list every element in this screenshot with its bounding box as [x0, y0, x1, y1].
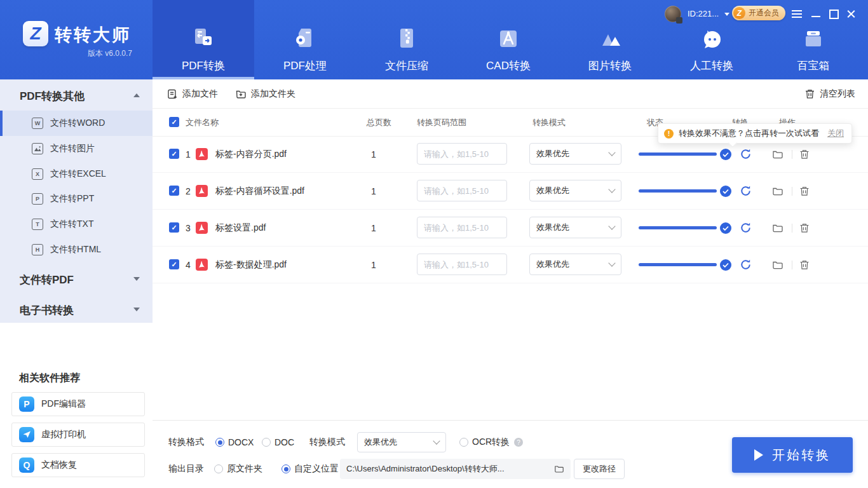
- nav-tab-label: 人工转换: [690, 58, 733, 73]
- user-avatar[interactable]: [665, 6, 681, 22]
- nav-tab-image-convert[interactable]: 图片转换: [559, 0, 661, 79]
- radio-doc-label[interactable]: DOC: [275, 432, 294, 452]
- radio-original-folder[interactable]: [214, 459, 223, 479]
- nav-tab-pdf-process[interactable]: PDF处理: [254, 0, 356, 79]
- file-name: 标签-数据处理.pdf: [215, 247, 287, 283]
- row-checkbox[interactable]: [169, 222, 179, 233]
- sidebar-item-file-to-word[interactable]: W 文件转WORD: [0, 111, 153, 136]
- pdf-file-icon: [196, 148, 208, 160]
- pdf-process-icon: [291, 25, 319, 53]
- ocr-help-icon[interactable]: [514, 432, 523, 452]
- output-path-value: C:\Users\Administrator\Desktop\转转大师...: [346, 463, 554, 475]
- change-path-button[interactable]: 更改路径: [574, 459, 625, 479]
- delete-row-icon[interactable]: [799, 259, 810, 271]
- pdf-convert-icon: [189, 25, 217, 53]
- vip-upgrade-badge[interactable]: Z 开通会员: [732, 6, 785, 20]
- chevron-down-icon: [608, 149, 615, 156]
- retry-tooltip: 转换效果不满意？点击再转一次试试看 关闭: [658, 123, 852, 144]
- browse-folder-icon[interactable]: [554, 464, 564, 474]
- menu-button[interactable]: [791, 8, 803, 20]
- maximize-button[interactable]: [828, 8, 839, 20]
- add-folder-button[interactable]: 添加文件夹: [235, 87, 295, 101]
- radio-doc[interactable]: [262, 432, 271, 452]
- change-path-label: 更改路径: [583, 463, 616, 475]
- radio-original-folder-label[interactable]: 原文件夹: [227, 459, 262, 479]
- tooltip-close-link[interactable]: 关闭: [827, 128, 844, 139]
- row-checkbox[interactable]: [169, 149, 179, 159]
- close-button[interactable]: [845, 8, 857, 20]
- sidebar-item-file-to-ppt[interactable]: P 文件转PPT: [0, 186, 153, 212]
- sidebar-item-file-to-txt[interactable]: T 文件转TXT: [0, 212, 153, 237]
- page-range-input[interactable]: [417, 254, 507, 275]
- retry-refresh-icon[interactable]: [740, 222, 752, 234]
- nav-tab-pdf-convert[interactable]: PDF转换: [153, 0, 254, 79]
- recommend-item-doc-recovery[interactable]: Q 文档恢复: [11, 453, 145, 477]
- footer-mode-select[interactable]: 效果优先: [357, 432, 446, 452]
- user-dropdown-caret-icon[interactable]: [724, 13, 729, 18]
- mode-select[interactable]: 效果优先: [529, 254, 621, 275]
- mode-select-value: 效果优先: [536, 148, 569, 159]
- play-icon: [754, 449, 763, 461]
- sidebar-item-label: 文件转图片: [50, 143, 95, 154]
- page-range-input[interactable]: [417, 217, 507, 238]
- group-label: PDF转换其他: [20, 89, 85, 104]
- nav-tab-cad-convert[interactable]: CAD转换: [458, 0, 559, 79]
- add-file-button[interactable]: 添加文件: [166, 87, 218, 101]
- sidebar-group-file-to-pdf[interactable]: 文件转PDF: [0, 268, 153, 290]
- select-all-checkbox[interactable]: [169, 117, 179, 127]
- sidebar-item-file-to-image[interactable]: 文件转图片: [0, 136, 153, 161]
- radio-custom-location-label[interactable]: 自定义位置: [294, 459, 339, 479]
- recommend-item-virtual-printer[interactable]: 虚拟打印机: [11, 423, 145, 447]
- sidebar-group-pdf-convert-other[interactable]: PDF转换其他: [0, 84, 153, 107]
- action-divider: [792, 187, 792, 196]
- chevron-down-icon: [608, 222, 615, 229]
- app-title: 转转大师: [55, 24, 131, 46]
- radio-docx[interactable]: [215, 432, 224, 452]
- open-folder-icon[interactable]: [772, 149, 783, 160]
- recommend-item-pdf-editor[interactable]: P PDF编辑器: [11, 392, 145, 416]
- chevron-down-icon: [608, 259, 615, 266]
- txt-file-icon: T: [32, 219, 43, 230]
- radio-ocr[interactable]: [459, 432, 468, 452]
- user-id-label[interactable]: ID:221...: [688, 9, 719, 18]
- row-index: 3: [186, 210, 191, 246]
- mode-label: 转换模式: [309, 432, 345, 452]
- row-checkbox[interactable]: [169, 259, 179, 269]
- clear-list-button[interactable]: 清空列表: [804, 87, 855, 101]
- retry-refresh-icon[interactable]: [740, 259, 752, 271]
- minimize-button[interactable]: [810, 8, 822, 20]
- action-divider: [792, 224, 792, 233]
- file-list: 1 标签-内容分页.pdf 1 效果优先: [153, 136, 868, 283]
- retry-refresh-icon[interactable]: [740, 185, 752, 197]
- mode-select-value: 效果优先: [536, 259, 569, 270]
- page-range-input[interactable]: [417, 143, 507, 165]
- output-path-field[interactable]: C:\Users\Administrator\Desktop\转转大师...: [340, 459, 571, 479]
- sidebar-group-ebook-convert[interactable]: 电子书转换: [0, 298, 153, 321]
- sidebar-item-file-to-html[interactable]: H 文件转HTML: [0, 237, 153, 262]
- page-range-input[interactable]: [417, 180, 507, 201]
- open-folder-icon[interactable]: [772, 259, 783, 271]
- row-index: 4: [186, 247, 191, 283]
- radio-custom-location[interactable]: [281, 459, 290, 479]
- sidebar-item-file-to-excel[interactable]: X 文件转EXCEL: [0, 161, 153, 187]
- delete-row-icon[interactable]: [799, 222, 810, 234]
- col-file-name: 文件名称: [186, 109, 219, 136]
- mode-select[interactable]: 效果优先: [529, 217, 621, 238]
- delete-row-icon[interactable]: [799, 186, 810, 197]
- group-label: 电子书转换: [20, 303, 74, 318]
- start-convert-button[interactable]: 开始转换: [732, 437, 853, 473]
- radio-ocr-label[interactable]: OCR转换: [472, 432, 510, 452]
- open-folder-icon[interactable]: [772, 186, 783, 197]
- mode-select[interactable]: 效果优先: [529, 180, 621, 201]
- mode-select[interactable]: 效果优先: [529, 143, 621, 165]
- nav-tab-file-compress[interactable]: 文件压缩: [356, 0, 458, 79]
- progress-bar: [639, 189, 717, 193]
- open-folder-icon[interactable]: [772, 222, 783, 234]
- delete-row-icon[interactable]: [799, 149, 810, 160]
- radio-docx-label[interactable]: DOCX: [228, 432, 254, 452]
- row-checkbox[interactable]: [169, 186, 179, 196]
- retry-refresh-icon[interactable]: [740, 148, 752, 160]
- toolbox-icon: [799, 25, 827, 53]
- progress-bar: [639, 152, 717, 156]
- image-file-icon: [32, 143, 43, 154]
